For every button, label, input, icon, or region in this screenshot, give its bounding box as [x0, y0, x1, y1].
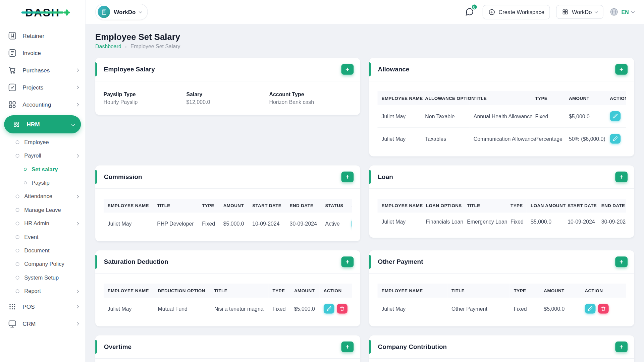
page-title: Employee Set Salary [95, 32, 634, 42]
sidebar-item-accounting[interactable]: Accounting [0, 96, 85, 113]
column-header: TITLE [447, 284, 510, 298]
circle-icon [16, 194, 19, 198]
breadcrumb-separator-icon: › [125, 44, 127, 49]
sidebar-item-hrm[interactable]: HRM [4, 115, 81, 133]
saturation-deduction-add-button[interactable] [341, 256, 354, 267]
table-row: Juliet May Mutual Fund Nisi a tenetur ma… [104, 298, 352, 320]
circle-icon [16, 208, 19, 212]
card-title: Overtime [104, 343, 131, 351]
delete-button[interactable] [598, 304, 609, 313]
column-header: AMOUNT [290, 284, 320, 298]
logo-swoosh-icon [21, 11, 64, 13]
card-title: Company Contribution [378, 343, 447, 351]
sidebar-item-attendance[interactable]: Attendance [0, 190, 85, 203]
other-payment-table: EMPLOYEE NAME TITLE TYPE AMOUNT ACTION J… [377, 284, 626, 320]
sidebar-item-pos[interactable]: POS [0, 298, 85, 315]
column-header: TYPE [509, 284, 540, 298]
column-header: END DATE [597, 199, 626, 213]
sidebar-item-projects[interactable]: Projects [0, 79, 85, 96]
workdo-menu-button[interactable]: WorkDo [556, 5, 603, 19]
messages-badge: 0 [471, 4, 478, 10]
sidebar-item-company-policy[interactable]: Company Policy [0, 257, 85, 271]
chevron-down-icon [595, 9, 598, 13]
check-square-icon [7, 82, 18, 93]
employee-salary-add-button[interactable] [341, 64, 354, 75]
sidebar-item-payslip[interactable]: Payslip [0, 176, 85, 189]
column-header: START DATE [248, 199, 285, 213]
sidebar-item-event[interactable]: Event [0, 230, 85, 244]
column-header: EMPLOYEE NAME [377, 199, 422, 213]
company-contribution-add-button[interactable] [615, 342, 628, 352]
sidebar-item-hr-admin[interactable]: HR Admin [0, 217, 85, 230]
sidebar-item-retainer[interactable]: Retainer [0, 27, 85, 44]
pencil-icon [588, 306, 593, 311]
column-header: LOAN OPTIONS [422, 199, 463, 213]
column-header: TYPE [506, 199, 527, 213]
edit-button[interactable] [610, 111, 621, 121]
card-title: Saturation Deduction [104, 258, 168, 266]
commission-add-button[interactable] [341, 172, 354, 182]
app-logo[interactable]: DASH [0, 0, 85, 25]
column-header: EMPLOYEE NAME [104, 284, 154, 298]
other-payment-card: Other Payment EMPLOYEE NAME TITLE TYPE A… [369, 250, 634, 326]
create-workspace-button[interactable]: Create Workspace [483, 5, 550, 19]
plus-icon [619, 67, 624, 72]
sidebar-item-payroll[interactable]: Payroll [0, 149, 85, 162]
column-header: TITLE [463, 199, 506, 213]
pos-grid-icon [7, 301, 18, 312]
chevron-down-icon [71, 123, 75, 126]
saturation-deduction-table: EMPLOYEE NAME DEDUCTION OPTION TITLE TYP… [104, 284, 352, 320]
sidebar-item-set-salary[interactable]: Set salary [0, 163, 85, 176]
allowance-add-button[interactable] [615, 64, 628, 75]
pencil-icon [326, 306, 331, 311]
circle-icon [16, 249, 19, 252]
plus-icon [345, 344, 350, 349]
table-row: Juliet May Non Taxable Annual Health All… [377, 105, 626, 127]
main-area: WorkDo 0 Create Workspace WorkDo [86, 0, 644, 362]
breadcrumb-dashboard-link[interactable]: Dashboard [95, 44, 121, 50]
sidebar-item-manage-leave[interactable]: Manage Leave [0, 203, 85, 217]
sidebar-item-purchases[interactable]: Purchases [0, 62, 85, 79]
column-header: TYPE [198, 199, 219, 213]
column-header: END DATE [285, 199, 321, 213]
field-account-type: Account Type Horizon Bank cash [269, 91, 352, 105]
edit-button[interactable] [324, 304, 334, 313]
retainer-icon [7, 30, 18, 41]
circle-icon [16, 235, 19, 239]
plus-icon [345, 259, 350, 264]
language-selector[interactable]: EN [609, 7, 634, 16]
edit-button[interactable] [610, 134, 621, 143]
edit-button[interactable] [585, 304, 595, 313]
delete-button[interactable] [337, 304, 347, 313]
commission-card: Commission EMPLOYEE NAME TITLE TYPE AMOU… [95, 165, 360, 241]
chevron-right-icon [75, 305, 79, 308]
column-header: AMOUNT [219, 199, 248, 213]
sidebar-nav: Retainer Invoice Purchases Projects [0, 25, 85, 333]
column-header: START DATE [564, 199, 597, 213]
workspace-name: WorkDo [114, 9, 136, 15]
sidebar-item-invoice[interactable]: Invoice [0, 44, 85, 61]
column-header: STATUS [321, 199, 347, 213]
field-salary: Salary $12,000.0 [186, 91, 269, 105]
sidebar-item-report[interactable]: Report [0, 285, 85, 298]
workspace-avatar [98, 6, 110, 18]
edit-button[interactable] [352, 219, 352, 229]
pencil-icon [613, 136, 618, 141]
sidebar-item-employee[interactable]: Employee [0, 135, 85, 149]
chevron-down-icon [631, 9, 635, 13]
sidebar-item-system-setup[interactable]: System Setup [0, 271, 85, 284]
loan-add-button[interactable] [615, 172, 628, 182]
other-payment-add-button[interactable] [615, 256, 628, 267]
page-content: Employee Set Salary Dashboard › Employee… [86, 24, 644, 362]
workspace-selector[interactable]: WorkDo [95, 4, 148, 20]
plus-icon [619, 259, 624, 264]
column-header: DEDUCTION OPTION [154, 284, 210, 298]
loan-card: Loan EMPLOYEE NAME LOAN OPTIONS TITLE [369, 165, 634, 238]
sidebar-item-document[interactable]: Document [0, 244, 85, 257]
language-code: EN [622, 9, 629, 15]
column-header: ACTION [319, 284, 352, 298]
table-row: Juliet May Taxables Communication Allowa… [377, 127, 626, 150]
sidebar-item-crm[interactable]: CRM [0, 315, 85, 332]
messages-button[interactable]: 0 [463, 5, 477, 19]
overtime-add-button[interactable] [341, 342, 354, 352]
